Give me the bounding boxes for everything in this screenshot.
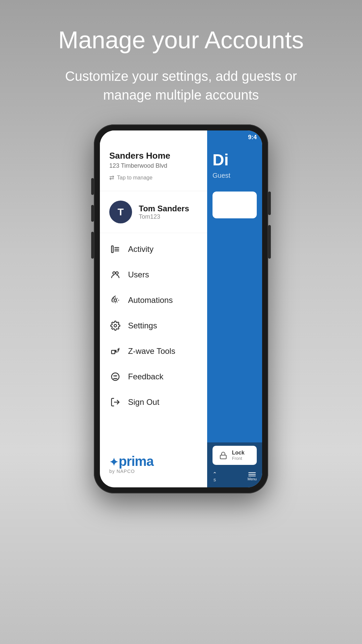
lock-icon (218, 450, 229, 461)
white-card (213, 192, 257, 218)
svg-rect-8 (112, 351, 115, 354)
lock-name: Lock (232, 450, 244, 456)
lock-location: Front (232, 456, 244, 461)
tap-manage[interactable]: ⇄ Tap to manage (109, 174, 198, 181)
feedback-label: Feedback (128, 372, 163, 381)
svg-point-4 (113, 272, 116, 274)
nav-menu[interactable]: Menu (247, 472, 257, 481)
menu-item-zwave[interactable]: Z-wave Tools (100, 338, 207, 364)
tap-manage-label: Tap to manage (117, 175, 153, 181)
svg-rect-13 (220, 455, 226, 459)
menu-item-feedback[interactable]: Feedback (100, 364, 207, 389)
zwave-icon (109, 345, 121, 357)
svg-point-6 (114, 299, 117, 302)
signout-label: Sign Out (128, 397, 159, 407)
menu-item-activity[interactable]: Activity (100, 236, 207, 262)
right-content: Di Guest (207, 144, 262, 186)
status-bar (100, 130, 207, 144)
menu-item-automations[interactable]: Automations (100, 287, 207, 313)
hamburger-icon (248, 472, 256, 476)
header-section: Manage your Accounts Customize your sett… (47, 0, 315, 124)
lock-card[interactable]: Lock Front (213, 446, 257, 465)
menu-item-settings[interactable]: Settings (100, 313, 207, 338)
volume-up-button (91, 205, 94, 222)
prima-logo: ✦prima by NAPCO (109, 454, 198, 474)
user-handle: Tom123 (139, 213, 189, 220)
status-time: 9:4 (248, 134, 257, 141)
drawer-panel: Sanders Home 123 Timberwood Blvd ⇄ Tap t… (100, 130, 207, 487)
activity-label: Activity (128, 245, 154, 254)
napco-label: by NAPCO (109, 469, 135, 474)
main-title: Manage your Accounts (47, 27, 315, 53)
svg-point-11 (116, 375, 117, 377)
mute-button (91, 178, 94, 195)
user-section[interactable]: T Tom Sanders Tom123 (100, 191, 207, 233)
signout-icon (109, 396, 121, 408)
volume-button-right (268, 225, 271, 259)
volume-down-button (91, 232, 94, 259)
right-status-bar: 9:4 (207, 130, 262, 144)
avatar: T (109, 201, 132, 223)
automations-label: Automations (128, 296, 173, 305)
scenes-label: S (214, 478, 216, 482)
menu-list: Activity Users (100, 233, 207, 448)
dis-text: Di (213, 151, 257, 169)
automations-icon (109, 294, 121, 306)
phone-screen: Sanders Home 123 Timberwood Blvd ⇄ Tap t… (100, 130, 262, 487)
right-panel: 9:4 Di Guest Lock Front (207, 130, 262, 487)
svg-point-5 (116, 272, 118, 274)
guest-label: Guest (213, 172, 257, 179)
bottom-nav: ⌃ S Menu (213, 469, 257, 484)
settings-label: Settings (128, 321, 157, 330)
logo-section: ✦prima by NAPCO (100, 448, 207, 487)
power-button (268, 192, 271, 215)
user-info: Tom Sanders Tom123 (139, 204, 189, 220)
account-address: 123 Timberwood Blvd (109, 162, 198, 169)
account-name: Sanders Home (109, 151, 198, 161)
subtitle: Customize your settings, add guests or m… (47, 67, 315, 104)
menu-item-users[interactable]: Users (100, 262, 207, 287)
prima-brand-text: ✦prima (109, 454, 154, 468)
nav-scenes[interactable]: ⌃ S (213, 471, 217, 482)
users-icon (109, 269, 121, 281)
settings-icon (109, 320, 121, 332)
phone-frame: Sanders Home 123 Timberwood Blvd ⇄ Tap t… (94, 124, 268, 493)
swap-icon: ⇄ (109, 174, 114, 181)
users-label: Users (128, 270, 149, 279)
lock-card-text: Lock Front (232, 450, 244, 461)
menu-item-signout[interactable]: Sign Out (100, 389, 207, 415)
svg-rect-0 (112, 246, 113, 253)
zwave-label: Z-wave Tools (128, 346, 175, 356)
user-name: Tom Sanders (139, 204, 189, 213)
feedback-icon (109, 371, 121, 383)
account-header[interactable]: Sanders Home 123 Timberwood Blvd ⇄ Tap t… (100, 144, 207, 191)
menu-label: Menu (247, 477, 257, 481)
svg-point-10 (113, 375, 115, 377)
svg-point-7 (114, 324, 117, 327)
bottom-panel: Lock Front ⌃ S Men (207, 442, 262, 487)
activity-icon (109, 243, 121, 255)
chevron-up-icon: ⌃ (213, 471, 217, 477)
prima-star: ✦ (109, 456, 118, 468)
